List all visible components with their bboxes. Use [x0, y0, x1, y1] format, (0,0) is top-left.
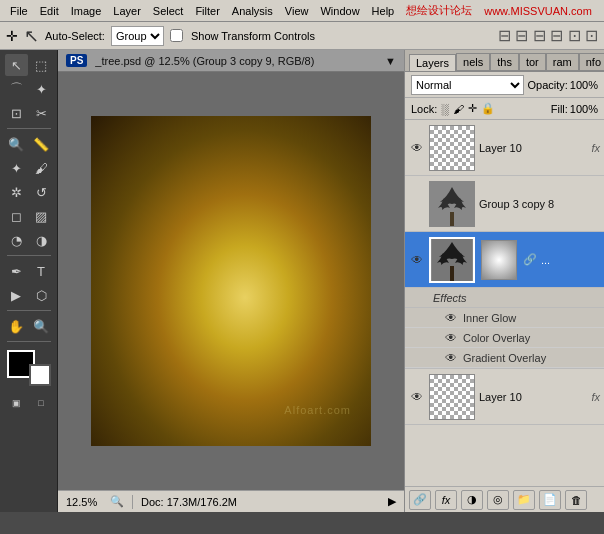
layers-list: 👁 Layer 10 fx 👁 [405, 120, 604, 486]
collapse-btn[interactable]: ▼ [385, 55, 396, 67]
fill-value[interactable]: 100% [570, 103, 598, 115]
eraser-tool[interactable]: ◻ [5, 205, 28, 227]
hand-tool[interactable]: ✋ [5, 315, 28, 337]
layer-link-icon: 🔗 [523, 253, 537, 266]
effects-group: Effects 👁 Inner Glow 👁 Color Overlay 👁 G… [405, 288, 604, 369]
canvas-filename: _tree.psd @ 12.5% (Group 3 copy 9, RGB/8… [95, 55, 314, 67]
layer-thumb-layer10-top [429, 125, 475, 171]
quick-select-tool[interactable]: ✦ [30, 78, 53, 100]
menu-layer[interactable]: Layer [107, 3, 147, 19]
effect-eye-gradient-overlay[interactable]: 👁 [445, 351, 457, 365]
canvas-gradient [91, 116, 371, 446]
tab-channels-label: nels [463, 56, 483, 68]
menu-bar: File Edit Image Layer Select Filter Anal… [0, 0, 604, 22]
background-color[interactable] [29, 364, 51, 386]
canvas-image: Alfoart.com [91, 116, 371, 446]
tab-history[interactable]: tor [519, 53, 546, 71]
add-mask-btn[interactable]: ◑ [461, 490, 483, 510]
layer-item-layer10-bottom[interactable]: 👁 Layer 10 fx [405, 369, 604, 425]
quick-mask-btn[interactable]: ▣ [5, 392, 28, 414]
screen-mode-btn[interactable]: □ [30, 392, 53, 414]
add-adjustment-btn[interactable]: ◎ [487, 490, 509, 510]
eyedropper-tool[interactable]: 🔍 [5, 133, 28, 155]
layer-thumb-group3copy9 [429, 237, 475, 283]
new-layer-btn[interactable]: 📄 [539, 490, 561, 510]
brush-tool[interactable]: 🖌 [30, 157, 53, 179]
tab-paths[interactable]: ths [490, 53, 519, 71]
tab-channels[interactable]: nels [456, 53, 490, 71]
lock-all-icon[interactable]: 🔒 [481, 102, 495, 115]
history-brush-tool[interactable]: ↺ [30, 181, 53, 203]
crop-tool[interactable]: ⊡ [5, 102, 28, 124]
menu-help[interactable]: Help [366, 3, 401, 19]
opacity-value[interactable]: 100% [570, 79, 598, 91]
layer-item-layer10-top[interactable]: 👁 Layer 10 fx [405, 120, 604, 176]
tab-paths-label: ths [497, 56, 512, 68]
measure-tool[interactable]: 📏 [30, 133, 53, 155]
layer-name-layer10-bottom: Layer 10 [479, 391, 587, 403]
status-divider [132, 495, 133, 509]
slice-tool[interactable]: ✂ [30, 102, 53, 124]
effect-eye-color-overlay[interactable]: 👁 [445, 331, 457, 345]
menu-image[interactable]: Image [65, 3, 108, 19]
fx-badge-layer10-bottom: fx [591, 391, 600, 403]
clone-stamp-tool[interactable]: ✲ [5, 181, 28, 203]
lock-position-icon[interactable]: ✛ [468, 102, 477, 115]
autoselect-select[interactable]: Group Layer [111, 26, 164, 46]
add-group-btn[interactable]: 📁 [513, 490, 535, 510]
type-tool[interactable]: T [30, 260, 53, 282]
blur-tool[interactable]: ◔ [5, 229, 28, 251]
layer-eye-group3copy9[interactable]: 👁 [409, 252, 425, 268]
ps-icon: PS [66, 54, 87, 67]
delete-layer-btn[interactable]: 🗑 [565, 490, 587, 510]
menu-edit[interactable]: Edit [34, 3, 65, 19]
move-tool[interactable]: ↖ [5, 54, 28, 76]
layer-item-group3copy9[interactable]: 👁 🔗 ... [405, 232, 604, 288]
path-select-tool[interactable]: ▶ [5, 284, 28, 306]
layer-info-layer10-bottom: Layer 10 [479, 391, 587, 403]
arrow-icon: ↖ [24, 25, 39, 47]
tab-layers[interactable]: Layers [409, 54, 456, 71]
menu-select[interactable]: Select [147, 3, 190, 19]
layer-eye-layer10-bottom[interactable]: 👁 [409, 389, 425, 405]
link-layers-btn[interactable]: 🔗 [409, 490, 431, 510]
zoom-tool[interactable]: 🔍 [30, 315, 53, 337]
tool-divider-2 [7, 255, 51, 256]
show-transform-checkbox[interactable] [170, 29, 183, 42]
tab-layers-label: Layers [416, 57, 449, 69]
lock-image-icon[interactable]: 🖌 [453, 103, 464, 115]
color-swatch [7, 350, 51, 386]
menu-website: www.MISSVUAN.com [478, 3, 598, 19]
effect-item-color-overlay[interactable]: 👁 Color Overlay [405, 328, 604, 348]
opacity-control: Opacity: 100% [528, 79, 599, 91]
menu-filter[interactable]: Filter [189, 3, 225, 19]
add-style-btn[interactable]: fx [435, 490, 457, 510]
layer-item-group3copy8[interactable]: 👁 Group 3 copy 8 [405, 176, 604, 232]
layer-eye-layer10-top[interactable]: 👁 [409, 140, 425, 156]
dodge-tool[interactable]: ◑ [30, 229, 53, 251]
align-icons: ⊟ ⊟ ⊟ ⊟ ⊡ ⊡ [498, 26, 598, 45]
tab-info[interactable]: nfo [579, 53, 604, 71]
effect-item-inner-glow[interactable]: 👁 Inner Glow [405, 308, 604, 328]
spot-heal-tool[interactable]: ✦ [5, 157, 28, 179]
lasso-tool[interactable]: ⌒ [5, 78, 28, 100]
shape-tool[interactable]: ⬡ [30, 284, 53, 306]
menu-forum: 想绘设计论坛 [400, 1, 478, 20]
scroll-right-btn[interactable]: ▶ [388, 495, 396, 508]
effect-item-gradient-overlay[interactable]: 👁 Gradient Overlay [405, 348, 604, 368]
menu-file[interactable]: File [4, 3, 34, 19]
blend-mode-select[interactable]: Normal [411, 75, 524, 95]
gradient-tool[interactable]: ▨ [30, 205, 53, 227]
tab-actions[interactable]: ram [546, 53, 579, 71]
lock-transparent-icon[interactable]: ░ [441, 103, 449, 115]
menu-window[interactable]: Window [314, 3, 365, 19]
pen-tool[interactable]: ✒ [5, 260, 28, 282]
panel-tabs: Layers nels ths tor ram nfo ☰ [405, 50, 604, 72]
select-tool[interactable]: ⬚ [30, 54, 53, 76]
effect-eye-inner-glow[interactable]: 👁 [445, 311, 457, 325]
autoselect-label: Auto-Select: [45, 30, 105, 42]
move-tool-icon: ✛ [6, 28, 18, 44]
menu-analysis[interactable]: Analysis [226, 3, 279, 19]
menu-view[interactable]: View [279, 3, 315, 19]
layer-info-group3copy9: ... [541, 254, 600, 266]
